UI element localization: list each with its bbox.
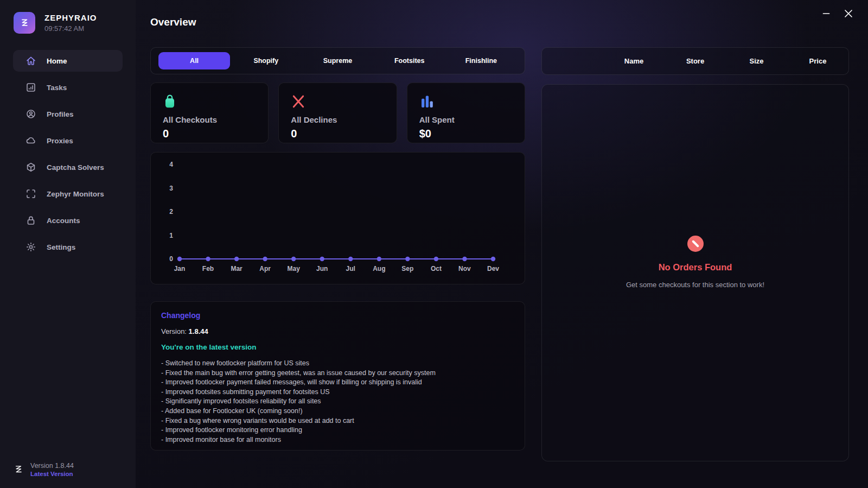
tab-footsites[interactable]: Footsites (374, 52, 445, 69)
stat-label: All Declines (291, 115, 384, 124)
orders-empty-state: No Orders Found Get some checkouts for t… (626, 236, 764, 289)
clock: 09:57:42 AM (44, 24, 97, 33)
sidebar-item-home[interactable]: Home (13, 50, 123, 72)
checkouts-chart: 01234JanFebMarAprMayJunJulAugSepOctNovDe… (150, 152, 525, 284)
close-button[interactable] (842, 7, 855, 20)
svg-text:May: May (288, 265, 301, 272)
changelog-panel: Changelog Version: 1.8.44 You're on the … (150, 301, 525, 451)
changelog-list: - Switched to new footlocker platform fo… (161, 359, 514, 445)
stat-card-declines: All Declines 0 (278, 83, 397, 143)
orders-panel: No Orders Found Get some checkouts for t… (541, 84, 849, 461)
stat-value: 0 (291, 128, 384, 140)
sidebar-item-label: Captcha Solvers (47, 163, 104, 172)
close-icon (844, 9, 853, 18)
app-window: ZEPHYRAIO 09:57:42 AM Home Tasks (0, 0, 868, 488)
svg-text:1: 1 (169, 232, 173, 239)
empty-state-title: No Orders Found (626, 262, 764, 272)
sidebar-item-label: Proxies (47, 137, 73, 145)
changelog-item: - Fixed the main bug with error getting … (161, 369, 514, 378)
sidebar-item-label: Home (47, 57, 67, 65)
changelog-item: - Improved footsites submitting payment … (161, 388, 514, 397)
orders-col-price: Price (787, 57, 848, 65)
svg-text:2: 2 (169, 208, 173, 216)
zephyr-footer-logo-icon (14, 464, 23, 476)
svg-text:Jan: Jan (174, 265, 186, 272)
sidebar-item-accounts[interactable]: Accounts (13, 210, 123, 231)
changelog-item: - Improved monitor base for all monitors (161, 435, 514, 445)
orders-col-size: Size (726, 57, 787, 65)
svg-text:Mar: Mar (231, 265, 242, 272)
changelog-item: - Significantly improved footsites relia… (161, 397, 514, 407)
stat-label: All Checkouts (163, 115, 256, 124)
main-content: Overview All Shopify Supreme Footsites F… (136, 0, 868, 488)
changelog-version-label: Version: (161, 327, 189, 335)
tasks-icon (25, 82, 36, 93)
bar-chart-icon (419, 93, 513, 111)
svg-text:Dev: Dev (487, 265, 499, 272)
zephyr-logo-icon (14, 12, 35, 34)
changelog-item: - Improved footlocker payment failed mes… (161, 378, 514, 388)
chart-canvas: 01234JanFebMarAprMayJunJulAugSepOctNovDe… (151, 153, 525, 284)
latest-version-badge: Latest Version (30, 471, 74, 477)
svg-text:Jun: Jun (316, 265, 328, 272)
svg-text:Sep: Sep (401, 265, 413, 272)
orders-col-name: Name (603, 57, 665, 65)
version-text: Version 1.8.44 (30, 462, 74, 470)
sidebar-nav: Home Tasks Profiles Proxies (0, 50, 136, 263)
sidebar-item-tasks[interactable]: Tasks (13, 77, 123, 98)
page-title: Overview (150, 16, 849, 28)
tab-finishline[interactable]: Finishline (445, 52, 517, 69)
stat-value: $0 (419, 128, 513, 140)
sidebar-item-zephyr-monitors[interactable]: Zephyr Monitors (13, 183, 123, 205)
sidebar-item-profiles[interactable]: Profiles (13, 103, 123, 125)
x-cross-icon (291, 93, 384, 111)
svg-text:Oct: Oct (431, 265, 442, 272)
proxies-icon (25, 135, 36, 146)
changelog-version-number: 1.8.44 (189, 327, 208, 335)
brand-text: ZEPHYRAIO 09:57:42 AM (44, 13, 97, 33)
tab-supreme[interactable]: Supreme (302, 52, 373, 69)
sidebar: ZEPHYRAIO 09:57:42 AM Home Tasks (0, 0, 136, 488)
changelog-item: - Improved footlocker monitoring error h… (161, 426, 514, 435)
svg-text:Jul: Jul (346, 265, 355, 272)
changelog-title: Changelog (161, 311, 514, 320)
minimize-button[interactable] (820, 7, 833, 20)
ban-icon (687, 236, 704, 252)
settings-icon (25, 242, 36, 252)
svg-text:Apr: Apr (259, 265, 271, 272)
tab-all[interactable]: All (158, 52, 230, 69)
sidebar-item-label: Accounts (47, 217, 80, 225)
orders-table-header: Name Store Size Price (541, 47, 849, 75)
orders-col-store: Store (665, 57, 726, 65)
sidebar-item-proxies[interactable]: Proxies (13, 130, 123, 151)
sidebar-item-settings[interactable]: Settings (13, 236, 123, 258)
sidebar-item-label: Settings (47, 243, 75, 251)
stat-card-spent: All Spent $0 (407, 83, 525, 143)
changelog-item: - Fixed a bug where wrong variants would… (161, 416, 514, 426)
store-filter-tabs: All Shopify Supreme Footsites Finishline (150, 47, 525, 74)
empty-state-subtitle: Get some checkouts for this section to w… (626, 281, 764, 289)
svg-text:Nov: Nov (458, 265, 471, 272)
profiles-icon (25, 109, 36, 119)
captcha-icon (25, 162, 36, 173)
sidebar-item-label: Tasks (47, 84, 67, 92)
minimize-icon (822, 9, 831, 18)
home-icon (25, 55, 36, 66)
sidebar-item-label: Profiles (47, 110, 74, 118)
app-title: ZEPHYRAIO (44, 13, 97, 22)
svg-text:Feb: Feb (202, 265, 214, 272)
stat-value: 0 (163, 128, 256, 140)
svg-text:0: 0 (169, 255, 173, 263)
accounts-icon (25, 215, 36, 226)
changelog-item: - Added base for Footlocker UK (coming s… (161, 407, 514, 416)
sidebar-footer: Version 1.8.44 Latest Version (0, 462, 136, 477)
sidebar-item-captcha-solvers[interactable]: Captcha Solvers (13, 156, 123, 178)
monitors-icon (25, 188, 36, 199)
changelog-version: Version: 1.8.44 (161, 327, 514, 335)
tab-shopify[interactable]: Shopify (230, 52, 302, 69)
shopping-bag-icon (163, 93, 256, 111)
stat-label: All Spent (419, 115, 513, 124)
window-controls (820, 7, 855, 20)
sidebar-item-label: Zephyr Monitors (47, 190, 104, 198)
svg-text:4: 4 (169, 161, 173, 168)
